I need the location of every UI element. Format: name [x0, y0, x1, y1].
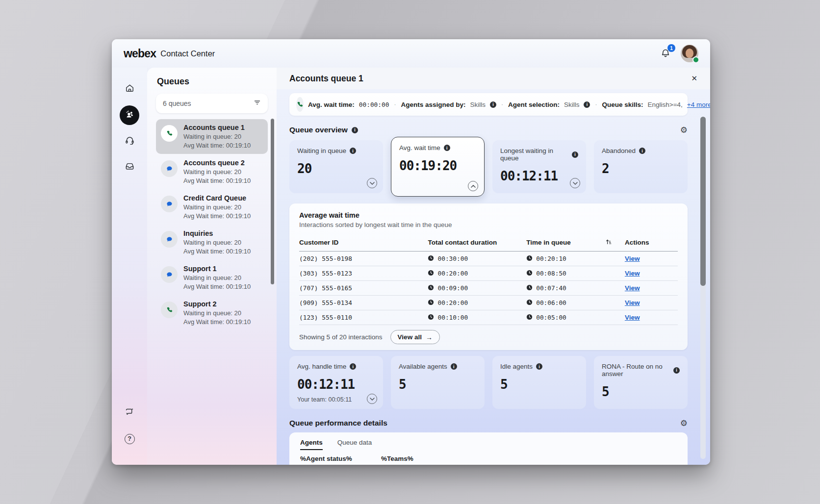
user-avatar[interactable] [681, 45, 698, 62]
nav-inbox-button[interactable] [120, 157, 139, 177]
queue-list-item[interactable]: Accounts queue 2 Waiting in queue: 20 Av… [156, 154, 268, 189]
nav-home-button[interactable] [120, 79, 139, 99]
tab-queue-data[interactable]: Queue data [337, 439, 372, 450]
metric-card-waiting[interactable]: Waiting in queuei 20 [289, 140, 383, 193]
agent-selection-value: Skills [564, 101, 580, 108]
avg-wait-label: Avg. wait time: [308, 101, 355, 108]
col-time-in-queue[interactable]: Time in queue [526, 235, 625, 252]
metric-card-rona[interactable]: RONA - Route on no answeri 5 [594, 356, 688, 409]
queue-overview-title: Queue overview [289, 126, 348, 134]
clock-icon [428, 255, 434, 263]
desktop-background: webex Contact Center 1 [0, 0, 820, 504]
queues-search-placeholder: 6 queues [163, 100, 254, 107]
chevron-down-icon[interactable] [367, 394, 377, 404]
metric-card-avg-handle[interactable]: Avg. handle timei 00:12:11 Your team: 00… [289, 356, 383, 409]
metric-card-avg-wait[interactable]: Avg. wait timei 00:19:20 [391, 137, 485, 197]
top-bar: webex Contact Center 1 [112, 39, 710, 68]
queue-list-item[interactable]: Inquiries Waiting in queue: 20 Avg Wait … [156, 225, 268, 260]
customer-id: (123) 555-0110 [299, 310, 428, 325]
col-teams: %Teams% [381, 455, 413, 462]
view-link[interactable]: View [625, 255, 640, 262]
webex-logo: webex [124, 47, 156, 60]
agents-assigned-label: Agents assigned by: [401, 101, 465, 108]
table-row: (707) 555-0165 00:09:00 00:07:40 View [299, 281, 678, 296]
info-icon[interactable]: i [350, 363, 356, 370]
queues-search-input[interactable]: 6 queues [156, 94, 268, 113]
chevron-down-icon[interactable] [570, 178, 580, 188]
info-icon[interactable]: i [451, 363, 457, 370]
queue-list: Accounts queue 1 Waiting in queue: 20 Av… [156, 119, 268, 330]
queues-panel: Queues 6 queues Acco [147, 68, 277, 465]
queue-list-item[interactable]: Credit Card Queue Waiting in queue: 20 A… [156, 190, 268, 225]
nav-queues-button[interactable] [120, 105, 139, 125]
view-all-button[interactable]: View all → [390, 330, 440, 344]
gear-icon[interactable]: ⚙ [680, 419, 688, 428]
info-icon[interactable]: i [584, 101, 590, 108]
interactions-table: Customer ID Total contact duration Time … [299, 235, 678, 325]
phone-queue-icon [161, 302, 178, 318]
queue-list-item[interactable]: Support 2 Waiting in queue: 20 Avg Wait … [156, 296, 268, 330]
help-icon: ? [125, 434, 135, 444]
clock-icon [526, 270, 533, 277]
info-icon[interactable]: i [673, 367, 680, 374]
feedback-button[interactable] [120, 403, 139, 423]
info-icon[interactable]: i [572, 151, 578, 158]
home-icon [125, 83, 135, 96]
nav-supervisor-button[interactable] [120, 131, 139, 151]
queues-panel-title: Queues [157, 76, 268, 87]
info-icon[interactable]: i [444, 145, 450, 151]
metric-card-available-agents[interactable]: Available agentsi 5 [391, 356, 485, 409]
info-icon[interactable]: i [352, 127, 358, 133]
panel-subtitle: Interactions sorted by longest wait time… [299, 221, 678, 228]
info-icon[interactable]: i [490, 101, 496, 108]
chat-queue-icon [161, 196, 178, 212]
chevron-down-icon[interactable] [367, 178, 377, 188]
close-icon[interactable]: ✕ [691, 74, 697, 83]
metric-card-idle-agents[interactable]: Idle agentsi 5 [492, 356, 586, 409]
chevron-up-icon[interactable] [468, 181, 478, 191]
main-scrollbar-thumb[interactable] [700, 117, 706, 286]
view-link[interactable]: View [625, 314, 640, 321]
customer-id: (909) 555-0134 [299, 296, 428, 310]
performance-panel: Agents Queue data %Agent status% %Teams% [289, 432, 688, 465]
queue-info-bar: Avg. wait time: 00:00:00 · Agents assign… [289, 93, 688, 116]
queue-list-item[interactable]: Accounts queue 1 Waiting in queue: 20 Av… [156, 119, 268, 154]
clock-icon [428, 284, 434, 292]
gear-icon[interactable]: ⚙ [680, 126, 688, 134]
agent-selection-label: Agent selection: [508, 101, 560, 108]
col-actions: Actions [625, 235, 678, 252]
col-agent-status: %Agent status% [300, 455, 381, 462]
queue-list-scrollbar[interactable] [271, 119, 274, 284]
main-scrollbar[interactable] [700, 117, 706, 459]
col-total-duration[interactable]: Total contact duration [428, 235, 526, 252]
view-link[interactable]: View [625, 284, 640, 292]
view-link[interactable]: View [625, 270, 640, 277]
page-title: Accounts queue 1 [289, 74, 363, 84]
metric-card-longest-waiting[interactable]: Longest waiting in queuei 00:12:11 [492, 140, 586, 193]
sort-ascending-icon[interactable] [605, 238, 612, 247]
help-button[interactable]: ? [120, 429, 139, 449]
tab-agents[interactable]: Agents [300, 439, 323, 450]
customer-id: (202) 555-0198 [299, 252, 428, 266]
table-row: (123) 555-0110 00:10:00 00:05:00 View [299, 310, 678, 325]
info-icon[interactable]: i [639, 148, 645, 154]
bell-icon [660, 52, 671, 60]
overview-cards: Waiting in queuei 20 Avg. wait timei 00:… [289, 140, 688, 197]
performance-table-headers: %Agent status% %Teams% [300, 455, 677, 462]
info-icon[interactable]: i [350, 148, 356, 154]
view-link[interactable]: View [625, 299, 640, 306]
product-name: Contact Center [160, 49, 215, 58]
notifications-button[interactable]: 1 [660, 48, 671, 59]
detail-body: Avg. wait time: 00:00:00 · Agents assign… [277, 89, 710, 465]
queue-list-item[interactable]: Support 1 Waiting in queue: 20 Avg Wait … [156, 260, 268, 295]
skills-more-link[interactable]: +4 more [687, 101, 710, 108]
col-customer-id[interactable]: Customer ID [299, 235, 428, 252]
metric-value: 5 [399, 377, 477, 392]
filter-icon[interactable] [254, 99, 261, 108]
metric-card-abandoned[interactable]: Abandonedi 2 [594, 140, 688, 193]
chat-queue-icon [161, 231, 178, 248]
info-icon[interactable]: i [536, 363, 542, 370]
app-window: webex Contact Center 1 [112, 39, 710, 465]
metric-value: 00:19:20 [399, 158, 476, 173]
clock-icon [526, 255, 533, 263]
